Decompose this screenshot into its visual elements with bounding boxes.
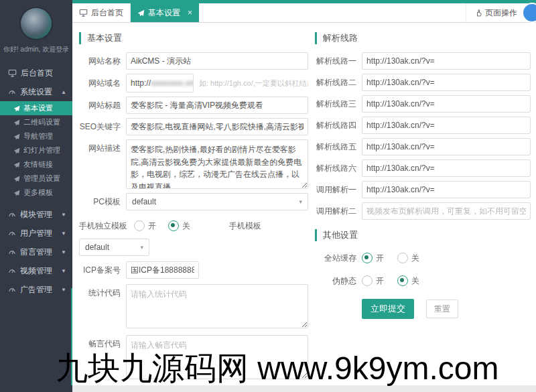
parse-line-2-input[interactable] <box>362 74 531 91</box>
site-cache-on-radio[interactable] <box>362 253 373 263</box>
sidebar: 你好! admin, 欢迎登录 后台首页 系统设置 ▲ 基本设置 <box>0 0 72 392</box>
field-label: 调用解析一 <box>315 181 356 198</box>
field-label: 解析线路六 <box>315 159 356 177</box>
rewrite-on-radio[interactable] <box>362 275 373 286</box>
sidebar-item-more-templates[interactable]: 更多模板 <box>0 186 72 200</box>
system-settings-submenu: 基本设置 二维码设置 导航管理 幻灯片管理 友情链接 <box>0 101 72 200</box>
send-icon <box>137 9 145 17</box>
sidebar-item-slideshow-management[interactable]: 幻灯片管理 <box>0 143 72 157</box>
site-name-input[interactable] <box>126 52 308 70</box>
icp-number-input[interactable] <box>126 261 199 279</box>
parse-line-3-input[interactable] <box>362 95 531 113</box>
welcome-text: 你好! admin, 欢迎登录 <box>3 45 70 54</box>
field-label: 伪静态 <box>315 272 356 289</box>
tab-home[interactable]: 后台首页 <box>72 3 131 22</box>
monitor-icon <box>79 9 88 17</box>
send-icon <box>13 190 20 196</box>
basic-settings-panel: 基本设置 网站名称 网站域名 http://xxxxxxxx.om/ 如: ht… <box>72 23 310 385</box>
gauge-icon <box>8 285 16 293</box>
site-domain-input[interactable]: http://xxxxxxxx.om/ <box>126 74 194 92</box>
gauge-icon <box>8 210 16 218</box>
submit-button[interactable]: 立即提交 <box>362 299 414 319</box>
sidebar-item-qrcode-settings[interactable]: 二维码设置 <box>0 115 72 129</box>
parse-line-1-input[interactable] <box>362 52 531 70</box>
field-label: SEO关键字 <box>79 118 121 135</box>
monitor-icon <box>8 69 17 77</box>
section-title-other: 其他设置 <box>315 229 531 241</box>
sidebar-item-label: 系统设置 <box>20 86 52 98</box>
mobile-independent-on-radio[interactable] <box>134 220 145 231</box>
field-label: 统计代码 <box>79 284 121 302</box>
sidebar-item-admin-settings[interactable]: 管理员设置 <box>0 172 72 186</box>
tab-label: 后台首页 <box>91 7 123 19</box>
mobile-template-select[interactable]: default ▾ <box>79 239 149 256</box>
parse-line-4-input[interactable] <box>362 117 531 134</box>
reset-button[interactable]: 重置 <box>426 300 458 318</box>
tab-bar: 后台首页 基本设置 × 页面操作 ▼ <box>72 3 536 23</box>
field-label: 全站缓存 <box>315 249 356 267</box>
sidebar-item-home[interactable]: 后台首页 <box>0 64 72 82</box>
field-label: 网站域名 <box>79 74 121 92</box>
field-label: ICP备案号 <box>79 261 121 279</box>
caret-up-icon: ▲ <box>61 89 66 95</box>
call-parse-2-input[interactable] <box>362 202 531 220</box>
site-cache-off-radio[interactable] <box>397 253 408 263</box>
gauge-icon <box>8 248 16 256</box>
field-label: 网站描述 <box>79 139 121 157</box>
mobile-independent-off-radio[interactable] <box>168 220 179 231</box>
caret-down-icon: ▼ <box>61 268 66 274</box>
parse-line-5-input[interactable] <box>362 138 531 155</box>
field-label: 手机模板 <box>229 217 261 235</box>
field-label: 调用解析二 <box>315 202 356 220</box>
caret-down-icon: ▼ <box>61 212 66 218</box>
sidebar-item-message-management[interactable]: 留言管理 ▼ <box>0 243 72 261</box>
field-label: 解析线路五 <box>315 138 356 155</box>
gauge-icon <box>8 267 16 275</box>
stats-code-textarea[interactable] <box>126 284 308 328</box>
field-label: 解析线路四 <box>315 117 356 134</box>
site-description-textarea[interactable]: 爱客影院,热剧快播,最好看的剧情片尽在爱客影院,高清云影视免费为大家提供最新最全… <box>126 139 308 189</box>
rewrite-off-radio[interactable] <box>397 275 408 286</box>
sidebar-item-friend-links[interactable]: 友情链接 <box>0 157 72 172</box>
send-icon <box>13 176 20 182</box>
field-label: 解析线路一 <box>315 52 356 70</box>
admin-app: 你好! admin, 欢迎登录 后台首页 系统设置 ▲ 基本设置 <box>0 0 536 392</box>
field-label: 解析线路二 <box>315 74 356 91</box>
site-title-input[interactable] <box>126 96 308 114</box>
tab-basic-settings[interactable]: 基本设置 × <box>131 3 199 22</box>
caret-down-icon: ▼ <box>61 249 66 255</box>
sidebar-item-basic-settings[interactable]: 基本设置 <box>0 101 72 115</box>
avatar <box>21 8 52 39</box>
send-icon <box>13 147 20 154</box>
field-label: PC模板 <box>79 193 121 210</box>
sidebar-item-label: 后台首页 <box>21 68 53 79</box>
main-content: 基本设置 网站名称 网站域名 http://xxxxxxxx.om/ 如: ht… <box>72 23 536 385</box>
section-title-basic: 基本设置 <box>79 32 308 44</box>
parse-line-6-input[interactable] <box>362 159 531 177</box>
sidebar-item-user-management[interactable]: 用户管理 ▼ <box>0 224 72 243</box>
caret-down-icon: ▼ <box>61 287 66 293</box>
pc-template-select[interactable]: default ▾ <box>126 193 308 210</box>
seo-keywords-input[interactable] <box>126 118 308 135</box>
watermark-text: 九块九源码网 www.9k9ym.com <box>56 347 498 390</box>
field-label: 网站标题 <box>79 96 121 114</box>
sidebar-item-system-settings[interactable]: 系统设置 ▲ <box>0 82 72 101</box>
chevron-down-icon: ▾ <box>299 198 302 205</box>
section-title-parse: 解析线路 <box>315 32 531 44</box>
send-icon <box>13 133 20 140</box>
close-icon[interactable]: × <box>188 9 192 17</box>
domain-hint-text: 如: http://1gh.co/,一定要以斜杠结尾，否则出错! <box>199 78 308 88</box>
send-icon <box>13 105 20 112</box>
caret-down-icon: ▼ <box>61 231 66 237</box>
parse-lines-panel: 解析线路 解析线路一 解析线路二 解析线路三 解析线路四 解析线路五 <box>310 23 536 385</box>
masked-domain-text: xxxxxxxx.om/ <box>151 78 194 88</box>
tab-label: 基本设置 <box>148 7 180 19</box>
sidebar-item-ad-management[interactable]: 广告管理 ▼ <box>0 280 72 299</box>
call-parse-1-input[interactable] <box>362 181 531 198</box>
send-icon <box>13 119 20 126</box>
sidebar-item-nav-management[interactable]: 导航管理 <box>0 129 72 143</box>
gauge-icon <box>8 229 16 237</box>
field-label: 解析线路三 <box>315 95 356 113</box>
sidebar-item-module-management[interactable]: 模块管理 ▼ <box>0 205 72 224</box>
sidebar-item-video-management[interactable]: 视频管理 ▼ <box>0 261 72 280</box>
